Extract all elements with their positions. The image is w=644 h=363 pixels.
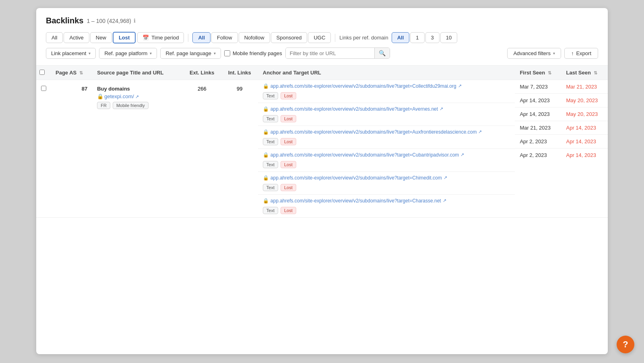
mobile-friendly-label: Mobile friendly pages <box>233 50 282 56</box>
backlinks-table: Page AS ⇅ Source page Title and URL Ext.… <box>36 65 608 218</box>
page-title: Backlinks <box>46 16 83 25</box>
calendar-icon: 📅 <box>142 35 149 41</box>
backlinks-count: 1 – 100 (424,968) <box>87 18 131 24</box>
last-seen-entry: Apr 14, 2023 <box>561 148 608 162</box>
link-placement-dropdown[interactable]: Link placement ▾ <box>46 48 96 59</box>
search-button[interactable]: 🔍 <box>374 48 390 58</box>
anchor-ext-icon: ↗ <box>458 83 462 89</box>
anchor-ext-icon: ↗ <box>460 152 464 157</box>
anchor-url-link[interactable]: app.ahrefs.com/site-explorer/overview/v2… <box>270 152 459 158</box>
table-row: 87Buy domains🔒getexpi.com/↗FRMobile frie… <box>36 80 608 218</box>
help-button[interactable]: ? <box>617 336 634 353</box>
ref-page-platform-label: Ref. page platform <box>104 50 147 56</box>
ext-link-icon: ↗ <box>135 94 139 99</box>
filter-active[interactable]: Active <box>64 32 89 43</box>
advanced-filters-button[interactable]: Advanced filters ▾ <box>507 48 561 59</box>
filter-all-type[interactable]: All <box>192 32 211 43</box>
chevron-down-icon-2: ▾ <box>150 51 152 56</box>
anchor-url-link[interactable]: app.ahrefs.com/site-explorer/overview/v2… <box>270 198 441 204</box>
source-title: Buy domains <box>97 86 178 92</box>
filter-nofollow[interactable]: Nofollow <box>239 32 270 43</box>
export-label: Export <box>576 50 591 56</box>
status-filter-group: All Active New Lost <box>46 32 136 43</box>
filter-sponsored[interactable]: Sponsored <box>271 32 308 43</box>
badge-lost: Lost <box>281 138 296 145</box>
links-per-domain-label: Links per ref. domain <box>339 35 388 41</box>
anchor-ext-icon: ↗ <box>443 198 446 203</box>
anchor-url-link[interactable]: app.ahrefs.com/site-explorer/overview/v2… <box>270 129 477 135</box>
links-per-domain-group: All 1 3 10 <box>392 32 458 43</box>
badge-text: Text <box>263 92 278 99</box>
badge-text: Text <box>263 207 278 214</box>
links-per-all[interactable]: All <box>392 32 410 43</box>
int-links-header: Int. Links <box>221 66 258 80</box>
anchor-target-header: Anchor and Target URL <box>258 66 515 80</box>
badge-lost: Lost <box>281 115 296 122</box>
links-per-10[interactable]: 10 <box>440 32 457 43</box>
badge-lost: Lost <box>281 161 296 168</box>
filter-ugc[interactable]: UGC <box>308 32 331 43</box>
anchor-entry: 🔒app.ahrefs.com/site-explorer/overview/v… <box>258 80 515 103</box>
first-seen-entry: Mar 21, 2023 <box>515 121 561 135</box>
divider <box>188 34 188 42</box>
export-button[interactable]: ↑ Export <box>564 48 598 59</box>
time-period-label: Time period <box>151 35 179 41</box>
anchor-url-link[interactable]: app.ahrefs.com/site-explorer/overview/v2… <box>270 175 442 181</box>
source-tag: FR <box>97 102 110 109</box>
filter-all-status[interactable]: All <box>46 32 63 43</box>
anchor-lock-icon: 🔒 <box>263 198 269 204</box>
search-input[interactable] <box>286 48 374 58</box>
first-seen-entry: Mar 7, 2023 <box>515 80 561 94</box>
filter-follow[interactable]: Follow <box>211 32 238 43</box>
ref-page-platform-dropdown[interactable]: Ref. page platform ▾ <box>99 48 157 59</box>
anchor-lock-icon: 🔒 <box>263 152 269 158</box>
ref-page-language-dropdown[interactable]: Ref. page language ▾ <box>160 48 221 59</box>
badge-lost: Lost <box>281 207 296 214</box>
filter-lost[interactable]: Lost <box>113 32 136 43</box>
source-tags: FRMobile friendly <box>97 102 178 109</box>
page-as-header[interactable]: Page AS ⇅ <box>51 66 92 80</box>
first-seen-entry: Apr 14, 2023 <box>515 107 561 121</box>
first-seen-entry: Apr 2, 2023 <box>515 148 561 162</box>
anchor-lock-icon: 🔒 <box>263 83 269 89</box>
badge-lost: Lost <box>281 92 296 99</box>
mobile-friendly-checkbox[interactable] <box>224 50 230 56</box>
last-seen-entry: May 20, 2023 <box>561 107 608 121</box>
anchor-ext-icon: ↗ <box>444 175 447 180</box>
last-seen-entry: Apr 14, 2023 <box>561 121 608 135</box>
anchor-url-link[interactable]: app.ahrefs.com/site-explorer/overview/v2… <box>270 83 456 89</box>
anchor-url-link[interactable]: app.ahrefs.com/site-explorer/overview/v2… <box>270 106 438 112</box>
source-url: 🔒getexpi.com/↗ <box>97 93 178 99</box>
sort-icon-last-seen: ⇅ <box>594 70 597 75</box>
last-seen-entry: May 20, 2023 <box>561 94 608 107</box>
first-seen-header[interactable]: First Seen ⇅ <box>515 66 561 80</box>
row-checkbox[interactable] <box>41 86 46 91</box>
links-per-1[interactable]: 1 <box>410 32 424 43</box>
source-url-link[interactable]: getexpi.com/ <box>104 93 134 99</box>
anchor-entry: 🔒app.ahrefs.com/site-explorer/overview/v… <box>258 126 515 149</box>
anchor-ext-icon: ↗ <box>440 106 443 111</box>
anchor-lock-icon: 🔒 <box>263 106 269 112</box>
last-seen-header[interactable]: Last Seen ⇅ <box>561 66 608 80</box>
info-icon: ℹ <box>134 18 136 24</box>
links-per-3[interactable]: 3 <box>425 32 440 43</box>
page-as-cell: 87 <box>51 80 92 218</box>
first-seen-entry: Apr 2, 2023 <box>515 135 561 148</box>
anchor-badges: TextLost <box>263 115 510 122</box>
int-links-cell: 99 <box>221 80 258 218</box>
time-period-dropdown[interactable]: 📅 Time period <box>137 32 184 43</box>
anchor-badges: TextLost <box>263 138 510 145</box>
source-page-cell: Buy domains🔒getexpi.com/↗FRMobile friend… <box>92 80 183 218</box>
last-seen-cell: Mar 21, 2023May 20, 2023May 20, 2023Apr … <box>561 80 608 218</box>
anchor-badges: TextLost <box>263 184 510 191</box>
sort-icon-page-as: ⇅ <box>79 70 83 75</box>
divider-2 <box>335 34 335 42</box>
mobile-friendly-filter[interactable]: Mobile friendly pages <box>224 50 282 56</box>
anchor-ext-icon: ↗ <box>478 129 482 134</box>
source-page-header: Source page Title and URL <box>92 66 183 80</box>
first-seen-cell: Mar 7, 2023Apr 14, 2023Apr 14, 2023Mar 2… <box>515 80 561 218</box>
export-icon: ↑ <box>571 50 574 56</box>
anchor-entry: 🔒app.ahrefs.com/site-explorer/overview/v… <box>258 172 515 195</box>
filter-new[interactable]: New <box>90 32 112 43</box>
select-all-checkbox[interactable] <box>39 70 45 75</box>
